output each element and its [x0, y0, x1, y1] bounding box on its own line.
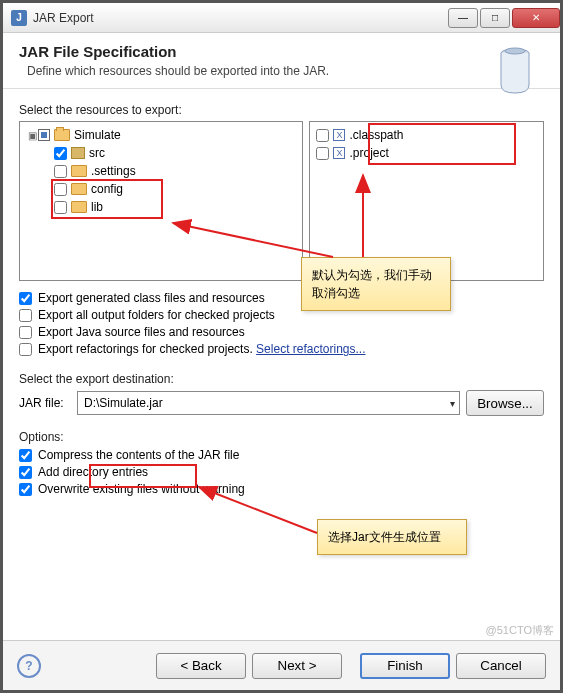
checkbox[interactable] — [19, 309, 32, 322]
titlebar: J JAR Export — □ ✕ — [3, 3, 560, 33]
file-project[interactable]: X.project — [314, 144, 539, 162]
finish-button[interactable]: Finish — [360, 653, 450, 679]
checkbox-tristate[interactable] — [38, 129, 50, 141]
collapse-icon[interactable]: ▣ — [26, 130, 38, 141]
check-label: Export generated class files and resourc… — [38, 291, 265, 305]
callout-top: 默认为勾选，我们手动取消勾选 — [301, 257, 451, 311]
destination-label: Select the export destination: — [19, 372, 544, 386]
check-label: Export refactorings for checked projects… — [38, 342, 253, 356]
check-overwrite[interactable]: Overwrite existing files without warning — [19, 482, 544, 496]
watermark: @51CTO博客 — [486, 623, 554, 638]
jar-file-label: JAR file: — [19, 396, 71, 410]
file-classpath[interactable]: X.classpath — [314, 126, 539, 144]
app-icon: J — [11, 10, 27, 26]
checkbox[interactable] — [54, 147, 67, 160]
check-add-dir[interactable]: Add directory entries — [19, 465, 544, 479]
package-icon — [71, 147, 85, 159]
browse-button[interactable]: Browse... — [466, 390, 544, 416]
page-title: JAR File Specification — [19, 43, 544, 60]
check-export-generated[interactable]: Export generated class files and resourc… — [19, 291, 544, 305]
xml-file-icon: X — [333, 129, 345, 141]
check-export-source[interactable]: Export Java source files and resources — [19, 325, 544, 339]
jar-file-value: D:\Simulate.jar — [84, 396, 163, 410]
help-button[interactable]: ? — [17, 654, 41, 678]
checkbox[interactable] — [54, 183, 67, 196]
dropdown-icon[interactable]: ▾ — [450, 398, 455, 409]
check-export-all-output[interactable]: Export all output folders for checked pr… — [19, 308, 544, 322]
tree-label: lib — [91, 200, 103, 214]
file-label: .classpath — [349, 128, 403, 142]
minimize-button[interactable]: — — [448, 8, 478, 28]
dialog-header: JAR File Specification Define which reso… — [3, 33, 560, 89]
folder-icon — [71, 201, 87, 213]
check-export-refactorings[interactable]: Export refactorings for checked projects… — [19, 342, 544, 356]
footer: ? < Back Next > Finish Cancel — [3, 640, 560, 690]
maximize-button[interactable]: □ — [480, 8, 510, 28]
tree-item-settings[interactable]: .settings — [24, 162, 298, 180]
close-button[interactable]: ✕ — [512, 8, 560, 28]
tree-item-config[interactable]: config — [24, 180, 298, 198]
check-label: Overwrite existing files without warning — [38, 482, 245, 496]
file-label: .project — [349, 146, 388, 160]
tree-label: .settings — [91, 164, 136, 178]
next-button[interactable]: Next > — [252, 653, 342, 679]
check-label: Export all output folders for checked pr… — [38, 308, 275, 322]
tree-item-lib[interactable]: lib — [24, 198, 298, 216]
check-label: Add directory entries — [38, 465, 148, 479]
checkbox[interactable] — [54, 165, 67, 178]
callout-bottom: 选择Jar文件生成位置 — [317, 519, 467, 555]
select-refactorings-link[interactable]: Select refactorings... — [256, 342, 365, 356]
options-label: Options: — [19, 430, 544, 444]
tree-label: src — [89, 146, 105, 160]
checkbox[interactable] — [19, 326, 32, 339]
tree-item-src[interactable]: src — [24, 144, 298, 162]
tree-label: config — [91, 182, 123, 196]
folder-icon — [54, 129, 70, 141]
checkbox[interactable] — [54, 201, 67, 214]
back-button[interactable]: < Back — [156, 653, 246, 679]
folder-icon — [71, 183, 87, 195]
tree-root[interactable]: ▣ Simulate — [24, 126, 298, 144]
checkbox[interactable] — [19, 449, 32, 462]
check-compress[interactable]: Compress the contents of the JAR file — [19, 448, 544, 462]
resource-tree-pane[interactable]: ▣ Simulate src .settings config lib — [19, 121, 303, 281]
checkbox[interactable] — [19, 483, 32, 496]
window-title: JAR Export — [33, 11, 446, 25]
checkbox[interactable] — [316, 147, 329, 160]
tree-label: Simulate — [74, 128, 121, 142]
page-subtitle: Define which resources should be exporte… — [27, 64, 544, 78]
svg-point-1 — [505, 48, 525, 54]
check-label: Export Java source files and resources — [38, 325, 245, 339]
checkbox[interactable] — [19, 292, 32, 305]
check-label: Compress the contents of the JAR file — [38, 448, 239, 462]
checkbox[interactable] — [19, 343, 32, 356]
jar-file-combo[interactable]: D:\Simulate.jar ▾ — [77, 391, 460, 415]
folder-icon — [71, 165, 87, 177]
checkbox[interactable] — [19, 466, 32, 479]
jar-icon — [490, 41, 540, 96]
xml-file-icon: X — [333, 147, 345, 159]
resources-label: Select the resources to export: — [19, 103, 544, 117]
checkbox[interactable] — [316, 129, 329, 142]
cancel-button[interactable]: Cancel — [456, 653, 546, 679]
